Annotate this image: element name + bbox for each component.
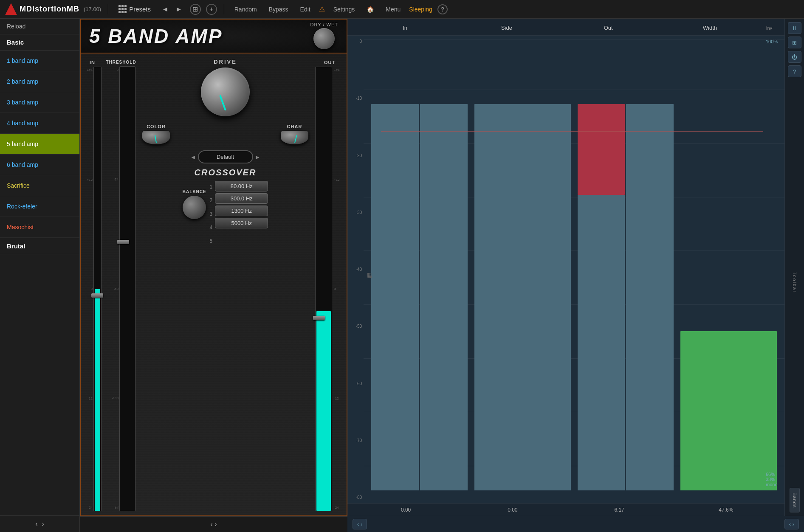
analyzer-headers: In Side Out Width inv [347, 19, 784, 36]
reload-button[interactable]: Reload [0, 19, 79, 34]
bars-container [364, 36, 784, 490]
menu-button[interactable]: Menu [382, 4, 404, 14]
bypass-button[interactable]: Bypass [265, 4, 292, 14]
threshold-slider-track[interactable] [119, 66, 135, 511]
plugin-title-bar: 5 BAND AMP DRY / WET [81, 20, 347, 53]
header-separator-1 [108, 4, 108, 14]
sidebar-item-masochist[interactable]: Masochist [0, 217, 79, 238]
drive-label: DRIVE [214, 59, 237, 65]
width-bar [680, 331, 777, 490]
out-bar-combined [578, 36, 625, 490]
out-slider-track[interactable] [315, 67, 332, 511]
preset-selector: ◄ Default ► [138, 144, 313, 168]
random-button[interactable]: Random [231, 4, 260, 14]
sidebar-item-4bandamp[interactable]: 4 band amp [0, 113, 79, 134]
footer-out-value: 6.17 [566, 507, 673, 513]
in-slider-track[interactable] [93, 67, 102, 511]
sidebar-item-rockefeler[interactable]: Rock-efeler [0, 196, 79, 217]
sidebar-item-6bandamp[interactable]: 6 band amp [0, 155, 79, 175]
dry-wet-knob[interactable] [313, 28, 335, 49]
crossover-bands: BALANCE 1 2 3 4 5 [142, 181, 308, 247]
bottom-next-button[interactable]: ‹ › [784, 519, 799, 529]
preset-next-button[interactable]: ► [255, 154, 261, 160]
color-section: COLOR [142, 124, 170, 144]
width-bars-group [677, 36, 780, 490]
add-button[interactable]: + [206, 4, 217, 15]
freq-btn-3[interactable]: 1300 Hz [215, 205, 268, 216]
threshold-slider-thumb[interactable] [117, 240, 129, 244]
sidebar-item-1bandamp[interactable]: 1 band amp [0, 51, 79, 71]
plugin-bottom-prev[interactable]: ‹ › [210, 521, 217, 528]
band-numbers: 1 2 3 4 5 [210, 181, 213, 247]
favorite-button[interactable]: ⊞ [190, 4, 201, 15]
logo-triangle-icon [5, 3, 17, 15]
snapshot-button[interactable]: ⊞ [788, 37, 801, 48]
analyzer-col-out: Out [558, 24, 659, 31]
footer-in-value: 0.00 [353, 507, 459, 513]
app-title: MDistortionMB [20, 5, 79, 14]
threshold-label: THRESHOLD [106, 60, 136, 65]
band-num-1: 1 [210, 181, 213, 193]
home-button[interactable]: 🏠 [363, 4, 377, 14]
out-bar-2 [626, 104, 674, 490]
info-icon: ⚠ [319, 5, 325, 13]
sleeping-status: Sleeping [409, 6, 432, 13]
analyzer-controls: ⏸ ⊞ ⏻ ? Toolbar Bands [784, 19, 804, 516]
grid-icon [118, 5, 127, 13]
bottom-prev-button[interactable]: ‹ › [353, 519, 367, 529]
preset-prev-arrow[interactable]: ◄ [159, 5, 171, 14]
bottom-left-controls: ‹ › [353, 519, 367, 529]
sidebar-section-brutal: Brutal [0, 238, 79, 254]
color-knob[interactable] [142, 131, 170, 144]
out-slider-thumb[interactable] [313, 316, 325, 320]
drive-knob[interactable] [201, 68, 250, 116]
side-bars-group [471, 36, 574, 490]
in-label: IN [90, 60, 95, 65]
analyzer-col-width: Width [659, 24, 761, 31]
freq-btn-1[interactable]: 80.00 Hz [215, 181, 268, 191]
analyzer-col-in: In [354, 24, 456, 31]
power-button[interactable]: ⏻ [788, 51, 801, 63]
footer-width-value: 47.6% [673, 507, 779, 513]
crossover-title: CROSSOVER [142, 168, 308, 177]
sidebar-item-3bandamp[interactable]: 3 band amp [0, 92, 79, 113]
out-bar-main [578, 195, 625, 490]
sidebar-item-5bandamp[interactable]: 5 band amp [0, 134, 79, 155]
histogram-icon[interactable]: ▦ [364, 270, 375, 280]
freq-btn-2[interactable]: 300.0 Hz [215, 193, 268, 204]
pause-button[interactable]: ⏸ [788, 22, 801, 34]
freq-btn-4[interactable]: 5000 Hz [215, 218, 268, 228]
preset-display: Default [198, 150, 253, 163]
bands-tab[interactable]: Bands [790, 488, 800, 512]
sidebar-nav-prev[interactable]: ‹ [35, 520, 37, 528]
bottom-right-controls: ‹ › [784, 519, 799, 529]
color-indicator [154, 135, 156, 143]
side-bar-1 [474, 104, 571, 490]
char-knob[interactable] [281, 131, 308, 144]
in-slider-thumb[interactable] [91, 293, 103, 298]
in-bars-group [368, 36, 471, 490]
right-panel-bottom: ‹ › ‹ › [347, 516, 804, 532]
edit-button[interactable]: Edit [297, 4, 314, 14]
y-axis: 0 -10 -20 -30 -40 -50 -60 -70 -80 [347, 36, 364, 503]
in-bar-1 [371, 104, 419, 490]
toolbar-area: Toolbar [792, 80, 797, 485]
out-scale: +24+120-12-24 [334, 67, 344, 511]
out-bars-group [574, 36, 677, 490]
drive-section: DRIVE [138, 53, 313, 116]
color-label: COLOR [147, 124, 166, 129]
dry-wet-label: DRY / WET [310, 22, 338, 27]
sidebar-nav-next[interactable]: › [42, 520, 44, 528]
char-indicator [294, 135, 297, 143]
band-num-3: 3 [210, 208, 213, 220]
presets-button[interactable]: Presets [115, 3, 154, 15]
preset-prev-button[interactable]: ◄ [190, 154, 196, 160]
preset-next-arrow[interactable]: ► [173, 5, 185, 14]
settings-button[interactable]: Settings [330, 4, 358, 14]
sidebar-item-sacrifice[interactable]: Sacrifice [0, 175, 79, 196]
char-label: CHAR [287, 124, 302, 129]
help-button[interactable]: ? [437, 4, 448, 14]
sidebar-item-2bandamp[interactable]: 2 band amp [0, 71, 79, 92]
question-button[interactable]: ? [788, 65, 801, 77]
balance-knob[interactable] [183, 196, 206, 219]
